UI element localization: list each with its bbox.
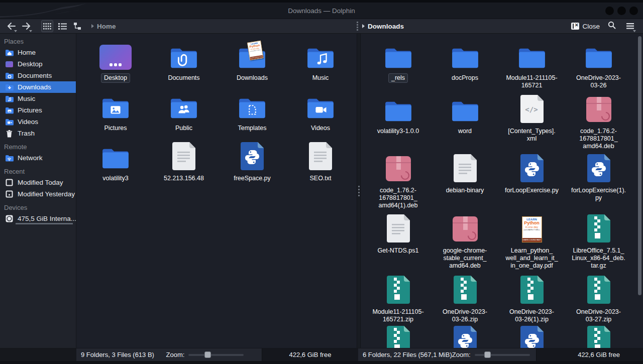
scrollbar-thumb[interactable] <box>638 36 641 295</box>
left-statusbar: 9 Folders, 3 Files (613 B) Zoom: 422,6 G… <box>76 348 358 361</box>
file-item[interactable]: forLoopExercise.py <box>498 154 565 214</box>
breadcrumb-right[interactable]: Downloads <box>362 23 404 30</box>
file-item[interactable]: freeSpace.py <box>218 142 286 192</box>
archive-file-icon <box>587 214 610 242</box>
file-item[interactable]: </>[Content_Types]. xml <box>498 95 565 154</box>
file-label: [Content_Types]. xml <box>505 127 559 144</box>
zoom-slider[interactable] <box>475 354 530 356</box>
file-item[interactable]: LEARNPython in one dayand LEARN IT WELL … <box>218 42 286 92</box>
zoom-slider-handle[interactable] <box>484 351 491 358</box>
left-view-panel: Desktop Documents LEARNPython in one day… <box>76 34 357 348</box>
folder-icon <box>383 42 413 70</box>
file-item[interactable]: Music <box>286 42 355 92</box>
file-item[interactable] <box>365 326 432 348</box>
file-item[interactable]: Documents <box>150 42 218 92</box>
sidebar-item-desktop[interactable]: Desktop <box>0 58 76 70</box>
breadcrumb-home[interactable]: Home <box>97 23 116 30</box>
zoom-slider[interactable] <box>188 354 244 356</box>
sidebar-item-videos[interactable]: Videos <box>0 116 76 128</box>
breadcrumb[interactable]: Home <box>91 23 116 30</box>
file-item[interactable]: Get-NTDS.ps1 <box>365 214 432 276</box>
close-window-button[interactable] <box>629 7 638 15</box>
dolphin-window: Downloads — Dolphin <box>0 0 643 364</box>
sidebar-item-label: Network <box>18 154 43 162</box>
search-button[interactable] <box>608 21 616 31</box>
titlebar: Downloads — Dolphin <box>0 3 643 19</box>
folder-icon <box>100 142 131 170</box>
list-view-button[interactable] <box>56 20 68 32</box>
sidebar-item-475-5-gib-interna[interactable]: 475,5 GiB Interna... <box>0 213 76 224</box>
file-item[interactable]: volatility3-1.0.0 <box>365 95 432 154</box>
toolbar-splitter-grip[interactable] <box>357 22 358 31</box>
file-label: Module11-211105- 165721 <box>503 73 560 90</box>
file-item[interactable]: debian-binary <box>432 154 498 214</box>
sidebar-item-modified-yesterday[interactable]: Modified Yesterday <box>0 188 76 200</box>
minimize-button[interactable] <box>605 7 614 15</box>
file-item[interactable]: Videos <box>286 92 355 142</box>
details-view-button[interactable] <box>71 20 83 32</box>
python-file-icon <box>520 326 544 348</box>
python-book-cover: LEARNPython in one dayand LEARN IT WELL … <box>247 41 263 60</box>
sidebar-item-pictures[interactable]: Pictures <box>0 104 76 116</box>
sidebar-item-label: Downloads <box>18 83 51 91</box>
file-item[interactable]: word <box>432 95 498 154</box>
file-label: forLoopExercise(1). py <box>568 186 629 203</box>
sidebar-item-downloads[interactable]: Downloads <box>0 81 76 93</box>
file-item[interactable]: SEO.txt <box>286 142 355 192</box>
file-item[interactable]: forLoopExercise(1). py <box>565 154 632 214</box>
breadcrumb-downloads[interactable]: Downloads <box>368 23 404 30</box>
maximize-button[interactable] <box>617 7 626 15</box>
folder-icon <box>584 42 614 70</box>
menu-button[interactable] <box>624 20 636 32</box>
folder-icon <box>450 42 480 70</box>
file-item[interactable]: Public <box>150 92 218 142</box>
file-item[interactable]: google-chrome- stable_current_ amd64.deb <box>432 214 498 276</box>
sidebar-item-music[interactable]: Music <box>0 93 76 104</box>
file-item[interactable]: Templates <box>218 92 286 142</box>
file-item[interactable]: 52.213.156.48 <box>150 142 218 192</box>
file-item[interactable]: LibreOffice_7.5.1_ Linux_x86-64_deb. tar… <box>565 214 632 276</box>
splitter-grip-icon <box>358 186 360 196</box>
sidebar-item-documents[interactable]: Documents <box>0 70 76 81</box>
deb-package-icon <box>585 95 612 123</box>
sidebar-item-trash[interactable]: Trash <box>0 128 76 139</box>
file-item[interactable]: OneDrive-2023- 03-27.zip <box>565 276 632 326</box>
zoom-slider-handle[interactable] <box>204 351 211 358</box>
pictures-icon <box>5 107 14 114</box>
file-item[interactable]: LEARNPython in one dayand LEARN IT WELL … <box>498 214 565 276</box>
file-item[interactable]: docProps <box>432 42 498 95</box>
forward-button[interactable] <box>20 20 32 32</box>
menu-caret <box>633 30 636 32</box>
file-item[interactable]: volatility3 <box>81 142 150 192</box>
file-item[interactable]: _rels <box>365 42 432 95</box>
sidebar-item-network[interactable]: Network <box>0 152 76 164</box>
file-item[interactable]: code_1.76.2- 1678817801_ amd64(1).deb <box>365 154 432 214</box>
file-item[interactable] <box>498 326 565 348</box>
sidebar-item-modified-today[interactable]: Modified Today <box>0 177 76 188</box>
file-item[interactable]: Module11-211105- 165721.zip <box>365 276 432 326</box>
folder-icon <box>450 95 480 123</box>
file-item[interactable]: code_1.76.2- 1678817801_ amd64.deb <box>565 95 632 154</box>
file-item[interactable] <box>565 326 632 348</box>
file-item[interactable]: OneDrive-2023- 03-26.zip <box>432 276 498 326</box>
file-item[interactable]: Module11-211105- 165721 <box>498 42 565 95</box>
icons-view-button[interactable] <box>41 20 53 32</box>
free-space-text: 422,6 GiB free <box>289 351 332 358</box>
file-item[interactable]: OneDrive-2023- 03-26(1).zip <box>498 276 565 326</box>
file-label: volatility3-1.0.0 <box>374 127 422 136</box>
right-statusbar: 6 Folders, 22 Files (567,1 MiB) Zoom: 42… <box>358 348 643 361</box>
python-file-icon <box>241 142 264 170</box>
back-button[interactable] <box>5 20 17 32</box>
file-item[interactable]: Pictures <box>81 92 150 142</box>
videos-icon <box>5 118 14 126</box>
file-item[interactable]: Desktop <box>81 42 150 92</box>
downloads-icon <box>5 84 14 91</box>
folder-icon <box>383 95 413 123</box>
sidebar-item-label: Modified Yesterday <box>18 190 75 198</box>
panel-splitter[interactable] <box>357 34 361 348</box>
sidebar-item-home[interactable]: Home <box>0 47 76 58</box>
close-split-view-button[interactable]: Close <box>571 23 600 30</box>
file-item[interactable]: OneDrive-2023- 03-26 <box>565 42 632 95</box>
file-item[interactable] <box>432 326 498 348</box>
kali-dragon-logo <box>0 3 131 19</box>
